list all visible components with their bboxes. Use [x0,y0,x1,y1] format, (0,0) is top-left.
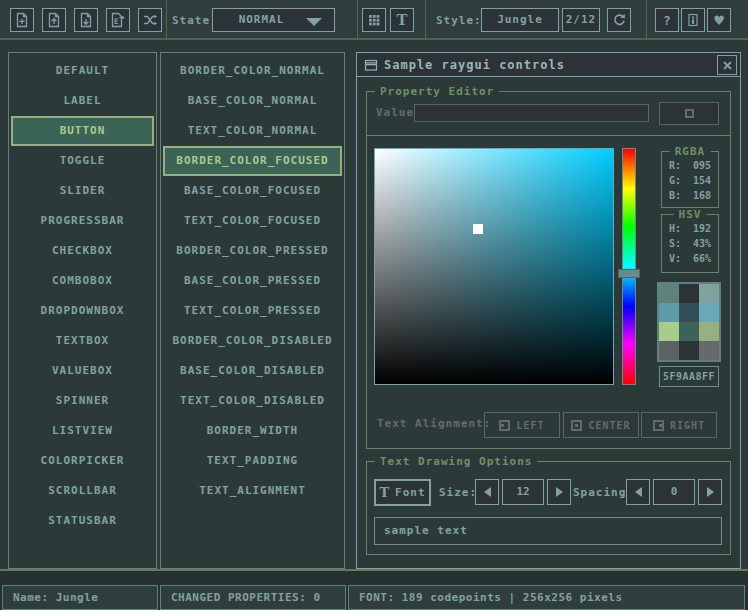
hue-slider-handle[interactable] [618,269,640,278]
palette-color-cell[interactable] [699,303,719,322]
size-increment-button[interactable] [547,479,571,505]
palette-color-cell[interactable] [659,341,679,360]
palette-color-cell[interactable] [659,322,679,341]
properties-list-item[interactable]: BORDER_COLOR_NORMAL [161,56,344,86]
align-right-text: RIGHT [670,420,705,431]
sponsor-button[interactable]: ♥ [707,8,731,32]
palette-color-cell[interactable] [659,284,679,303]
properties-list-item[interactable]: BASE_COLOR_NORMAL [161,86,344,116]
style-counter-box[interactable]: 2/12 [562,8,600,32]
about-button[interactable] [681,8,705,32]
reload-style-button[interactable] [607,8,631,32]
properties-list-item[interactable]: TEXT_PADDING [161,446,344,476]
spacing-value-box[interactable]: 0 [653,479,695,505]
align-center-text: CENTER [588,420,630,431]
style-table-button[interactable] [362,8,386,32]
font-button-label: Font [395,486,426,499]
toolbar: E State NORMAL T [0,0,748,40]
hue-bar[interactable] [622,148,636,385]
font-button[interactable]: T Font [374,479,431,506]
controls-list-item[interactable]: VALUEBOX [9,356,156,386]
properties-list-item[interactable]: TEXT_COLOR_NORMAL [161,116,344,146]
controls-list-item[interactable]: SLIDER [9,176,156,206]
color-picker-panel[interactable] [374,148,614,385]
export-file-icon: E [110,12,126,28]
properties-list-item[interactable]: TEXT_COLOR_DISABLED [161,386,344,416]
palette-color-cell[interactable] [679,341,699,360]
size-label: Size: [439,486,477,500]
rguistyler-app: E State NORMAL T [0,0,748,610]
open-file-icon [46,12,62,28]
new-file-button[interactable] [10,8,34,32]
properties-list-item[interactable]: BORDER_WIDTH [161,416,344,446]
palette-color-cell[interactable] [679,322,699,341]
properties-list-item[interactable]: TEXT_COLOR_FOCUSED [161,206,344,236]
style-name-box[interactable]: Jungle [481,8,559,32]
save-file-button[interactable] [74,8,98,32]
properties-list-item[interactable]: BASE_COLOR_FOCUSED [161,176,344,206]
palette-color-cell[interactable] [699,341,719,360]
help-button[interactable]: ? [655,8,679,32]
align-right-icon [653,420,664,431]
controls-list-item[interactable]: STATUSBAR [9,506,156,536]
controls-list-item[interactable]: BUTTON [11,116,154,146]
controls-list-item[interactable]: COMBOBOX [9,266,156,296]
properties-list-item[interactable]: BORDER_COLOR_DISABLED [161,326,344,356]
spacing-increment-button[interactable] [698,479,722,505]
random-style-button[interactable] [138,8,162,32]
controls-list-item[interactable]: SCROLLBAR [9,476,156,506]
style-palette [657,282,721,362]
hex-color-box[interactable]: 5F9AA8FF [659,366,719,387]
property-editor-title: Property Editor [375,85,499,98]
controls-list-item[interactable]: DEFAULT [9,56,156,86]
window-titlebar[interactable]: Sample raygui controls [357,53,740,77]
sample-text-box[interactable]: sample text [374,517,722,545]
divider-line [367,135,730,136]
properties-list-item[interactable]: BASE_COLOR_DISABLED [161,356,344,386]
align-right-button: RIGHT [641,412,717,438]
align-center-icon [571,420,582,431]
text-drawing-options-title: Text Drawing Options [375,455,537,468]
font-view-button[interactable]: T [390,8,414,32]
palette-color-cell[interactable] [679,284,699,303]
status-changed-properties: CHANGED PROPERTIES: 0 [160,585,346,610]
rgba-group: RGBA R: 095 G: 154 B: 168 [661,151,719,208]
controls-list-item[interactable]: TOGGLE [9,146,156,176]
properties-list-item[interactable]: TEXT_COLOR_PRESSED [161,296,344,326]
export-file-button[interactable]: E [106,8,130,32]
controls-list-item[interactable]: COLORPICKER [9,446,156,476]
palette-color-cell[interactable] [699,284,719,303]
question-icon: ? [663,13,671,28]
close-icon [722,60,733,71]
controls-list-item[interactable]: LISTVIEW [9,416,156,446]
channel-value: 095 [693,158,711,173]
palette-color-cell[interactable] [699,322,719,341]
font-T-icon: T [379,486,390,499]
size-decrement-button[interactable] [475,479,499,505]
controls-list-item[interactable]: PROGRESSBAR [9,206,156,236]
state-dropdown-value: NORMAL [239,13,285,26]
close-button[interactable] [717,55,737,75]
properties-list-item[interactable]: BASE_COLOR_PRESSED [161,266,344,296]
properties-list-item[interactable]: BORDER_COLOR_PRESSED [161,236,344,266]
controls-list-item[interactable]: TEXTBOX [9,326,156,356]
controls-list-item[interactable]: SPINNER [9,386,156,416]
palette-color-cell[interactable] [659,303,679,322]
rgba-title: RGBA [670,145,711,158]
controls-list-item[interactable]: DROPDOWNBOX [9,296,156,326]
rgba-row: R: 095 [662,158,718,173]
properties-list-item[interactable]: TEXT_ALIGNMENT [161,476,344,506]
controls-list-item[interactable]: LABEL [9,86,156,116]
hsv-group: HSV H: 192 S: 43% V: 66% [661,214,719,273]
properties-list: BORDER_COLOR_NORMALBASE_COLOR_NORMALTEXT… [160,52,345,569]
spacing-decrement-button[interactable] [626,479,650,505]
channel-label: R: [669,158,681,173]
info-icon [685,12,701,28]
controls-list-item[interactable]: CHECKBOX [9,236,156,266]
palette-color-cell[interactable] [679,303,699,322]
color-picker-cursor[interactable] [473,224,483,234]
open-file-button[interactable] [42,8,66,32]
size-value-box[interactable]: 12 [502,479,544,505]
state-dropdown[interactable]: NORMAL [212,8,335,32]
properties-list-item[interactable]: BORDER_COLOR_FOCUSED [163,146,342,176]
